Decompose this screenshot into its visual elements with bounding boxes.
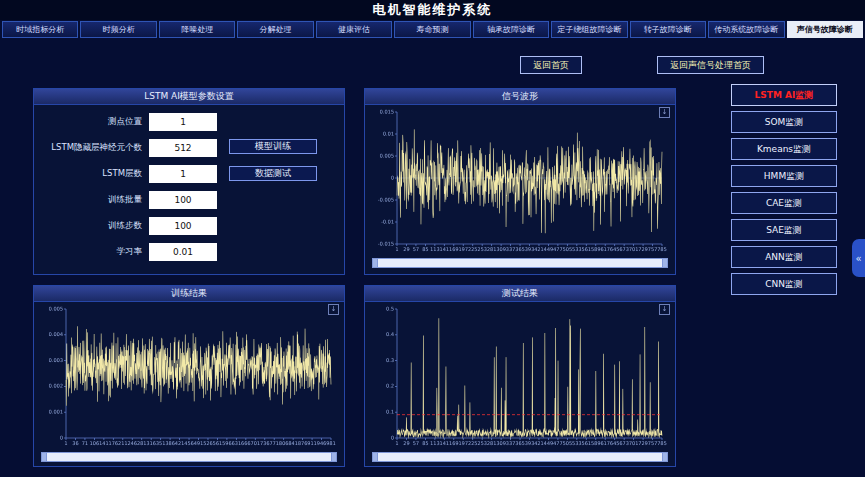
collapse-panel-handle[interactable]: « [852,239,865,277]
tab-stator-winding-fault[interactable]: 定子绕组故障诊断 [551,21,627,38]
field-row-steps: 训练步数 [34,217,344,234]
test-datazoom-slider[interactable] [372,452,668,462]
tab-life-prediction[interactable]: 寿命预测 [394,21,470,38]
tab-bar: 时域指标分析 时频分析 降噪处理 分解处理 健康评估 寿命预测 轴承故障诊断 定… [0,20,865,39]
measure-point-input[interactable] [149,113,217,131]
train-steps-label: 训练步数 [34,220,149,232]
train-datazoom-slider[interactable] [41,452,337,462]
save-image-icon[interactable]: ↓ [659,304,670,315]
sidebar-item-hmm[interactable]: HMM监测 [731,165,837,187]
back-sound-home-button[interactable]: 返回声信号处理首页 [657,56,764,74]
app-title: 电机智能维护系统 [373,1,493,19]
lstm-param-panel-title: LSTM AI模型参数设置 [34,89,344,105]
sidebar-item-cnn[interactable]: CNN监测 [731,273,837,295]
measure-point-label: 测点位置 [34,116,149,128]
learning-rate-input[interactable] [149,243,217,261]
batch-size-label: 训练批量 [34,194,149,206]
tab-bearing-fault[interactable]: 轴承故障诊断 [473,21,549,38]
save-image-icon[interactable]: ↓ [328,304,339,315]
train-result-title: 训练结果 [34,286,344,302]
lstm-layers-input[interactable] [149,165,217,183]
datazoom-left-handle[interactable] [372,258,378,268]
field-row-measure-point: 测点位置 [34,113,344,130]
sidebar-item-kmeans[interactable]: Kmeans监测 [731,138,837,160]
tab-denoise[interactable]: 降噪处理 [159,21,235,38]
hidden-units-label: LSTM隐藏层神经元个数 [34,142,149,154]
test-result-title: 测试结果 [365,286,675,302]
back-home-button[interactable]: 返回首页 [520,56,582,74]
test-result-panel: 测试结果 ↓ [364,285,676,467]
model-train-button[interactable]: 模型训练 [229,139,317,154]
tab-decompose[interactable]: 分解处理 [237,21,313,38]
main-area: 返回首页 返回声信号处理首页 LSTM AI模型参数设置 测点位置 LSTM隐藏… [0,39,865,477]
sidebar-item-sae[interactable]: SAE监测 [731,219,837,241]
app-header: 电机智能维护系统 [0,0,865,20]
tab-transmission-fault[interactable]: 传动系统故障诊断 [708,21,784,38]
sidebar-item-lstm-ai[interactable]: LSTM AI监测 [731,84,837,106]
hidden-units-input[interactable] [149,139,217,157]
batch-size-input[interactable] [149,191,217,209]
datazoom-right-handle[interactable] [331,452,337,462]
signal-datazoom-slider[interactable] [372,258,668,268]
sidebar-item-cae[interactable]: CAE监测 [731,192,837,214]
lstm-layers-label: LSTM层数 [34,168,149,180]
datazoom-right-handle[interactable] [662,258,668,268]
datazoom-left-handle[interactable] [372,452,378,462]
signal-waveform-panel: 信号波形 ↓ [364,88,676,275]
sidebar-item-ann[interactable]: ANN监测 [731,246,837,268]
signal-waveform-title: 信号波形 [365,89,675,105]
data-test-button[interactable]: 数据测试 [229,166,317,181]
train-result-chart[interactable] [39,303,339,450]
train-result-panel: 训练结果 ↓ [33,285,345,467]
train-steps-input[interactable] [149,217,217,235]
field-row-lr: 学习率 [34,243,344,260]
datazoom-left-handle[interactable] [41,452,47,462]
app-root: 电机智能维护系统 时域指标分析 时频分析 降噪处理 分解处理 健康评估 寿命预测… [0,0,865,477]
learning-rate-label: 学习率 [34,246,149,258]
tab-health-assessment[interactable]: 健康评估 [316,21,392,38]
tab-rotor-fault[interactable]: 转子故障诊断 [630,21,706,38]
signal-waveform-chart[interactable] [370,106,670,256]
test-result-chart[interactable] [370,303,670,450]
tab-time-frequency-analysis[interactable]: 时频分析 [80,21,156,38]
method-sidebar: LSTM AI监测 SOM监测 Kmeans监测 HMM监测 CAE监测 SAE… [731,84,837,295]
datazoom-right-handle[interactable] [662,452,668,462]
save-image-icon[interactable]: ↓ [659,107,670,118]
tab-sound-signal-fault[interactable]: 声信号故障诊断 [787,21,863,38]
lstm-param-panel: LSTM AI模型参数设置 测点位置 LSTM隐藏层神经元个数 LSTM层数 训… [33,88,345,275]
tab-time-domain-analysis[interactable]: 时域指标分析 [2,21,78,38]
sidebar-item-som[interactable]: SOM监测 [731,111,837,133]
field-row-batch: 训练批量 [34,191,344,208]
